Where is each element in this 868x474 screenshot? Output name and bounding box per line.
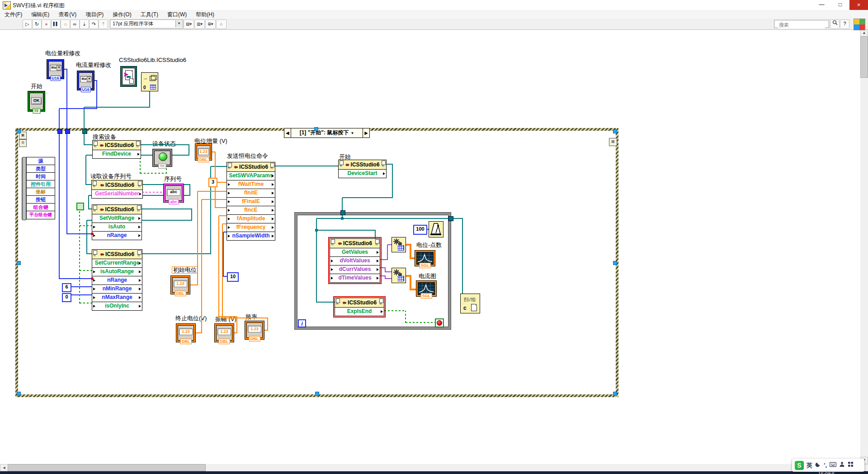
label-read-serial[interactable]: 读取设备序列号: [90, 173, 132, 180]
wire-segment[interactable]: [219, 215, 227, 216]
wire-segment[interactable]: [197, 191, 198, 285]
invoke-node-header[interactable]: ?!⇻ICSStudio6?!: [335, 298, 384, 307]
loop-stop-terminal[interactable]: [435, 318, 444, 327]
wire-segment[interactable]: [342, 218, 451, 219]
wire-segment[interactable]: [202, 199, 227, 200]
search-box[interactable]: [774, 20, 829, 28]
invoke-node-header[interactable]: ?!⇻ICSStudio6?!: [93, 141, 141, 150]
chevron-down-icon[interactable]: ▼: [57, 65, 61, 71]
invoke-node-row-isAuto[interactable]: isAuto: [92, 223, 142, 231]
wire-segment[interactable]: [223, 232, 224, 277]
invoke-node-row-fWaitTime[interactable]: fWaitTime: [227, 180, 275, 189]
wire-segment[interactable]: [84, 107, 150, 108]
menu-item-5[interactable]: 工具(T): [136, 10, 163, 19]
run-button[interactable]: ▷: [23, 19, 32, 29]
invoke-node-row-ExpIsEnd[interactable]: ExpIsEnd: [335, 307, 384, 316]
pause-button[interactable]: ▌▌: [51, 19, 61, 29]
invoke-node-header[interactable]: ?!⇻ICSStudio6?!: [92, 205, 142, 214]
wire-segment[interactable]: [189, 185, 190, 196]
distribute-objects-button[interactable]: ▥▾: [194, 19, 205, 29]
font-selector[interactable]: 17pt 应用程序字体 ▾: [110, 19, 183, 28]
invoke-node-row-isOnlyInc[interactable]: isOnlyInc: [92, 302, 142, 310]
wire-segment[interactable]: [80, 225, 92, 226]
reorder-button[interactable]: ⊞▾: [205, 19, 216, 29]
menu-item-6[interactable]: 窗口(W): [163, 10, 191, 19]
convert-to-dynamic-data-icon-2[interactable]: [392, 268, 406, 283]
invoke-node-row-nSampleWidth[interactable]: nSampleWidth: [227, 232, 275, 240]
invoke-get-serial-number[interactable]: ?!⇻ICSStudio6?!GetSerialNumber: [91, 180, 143, 199]
invoke-node-row-fFinalE[interactable]: fFinalE: [227, 197, 275, 206]
numeric-value[interactable]: 1.23: [174, 280, 187, 287]
run-continuous-button[interactable]: ↻: [32, 19, 42, 29]
menu-item-0[interactable]: 文件(F): [0, 10, 27, 19]
wire-segment[interactable]: [198, 191, 227, 192]
terminal-current-range-ring[interactable]: U16Ring▼: [77, 71, 94, 90]
menu-item-1[interactable]: 编辑(E): [27, 10, 54, 19]
numeric-value[interactable]: 1.23: [179, 328, 193, 335]
wire-segment[interactable]: [375, 230, 376, 239]
search-icon[interactable]: [830, 19, 840, 29]
minimize-button[interactable]: —: [812, 0, 831, 10]
terminal-frequency-dbl[interactable]: DBL1.23: [245, 321, 264, 339]
wire-segment[interactable]: [84, 107, 85, 145]
constant-0[interactable]: 0: [62, 293, 71, 302]
label-device-status[interactable]: 设备状态: [152, 141, 176, 147]
menu-item-7[interactable]: 帮助(H): [191, 10, 219, 19]
numeric-value[interactable]: 1.23: [248, 326, 261, 332]
maximize-button[interactable]: □: [831, 0, 849, 10]
wire-segment[interactable]: [59, 109, 60, 279]
wire-segment[interactable]: [406, 322, 436, 323]
label-potential-range[interactable]: 电位量程修改: [45, 50, 80, 57]
invoke-node-row-fInitE[interactable]: fInitE: [227, 189, 275, 197]
horizontal-scrollbar-thumb[interactable]: [8, 464, 206, 471]
wire-segment[interactable]: [96, 81, 97, 109]
wire-segment[interactable]: [342, 198, 343, 219]
convert-to-dynamic-data-icon-1[interactable]: [392, 237, 406, 252]
grid-menu-icon[interactable]: [848, 461, 854, 470]
invoke-node-row-FindDevice[interactable]: FindDevice: [93, 150, 141, 158]
boolean-constant[interactable]: [76, 203, 84, 210]
keyboard-icon[interactable]: [830, 461, 836, 470]
cleanup-diagram-button[interactable]: ⌂: [216, 19, 226, 29]
subvi-scan-draw-icon[interactable]: 扫/绘c: [460, 294, 480, 313]
step-over-button[interactable]: ↷: [89, 19, 99, 29]
wire-segment[interactable]: [66, 69, 67, 234]
invoke-node-header[interactable]: ?!⇻ICSStudio6?!: [227, 162, 275, 171]
vertical-scrollbar[interactable]: ▲ ▼: [860, 29, 868, 464]
label-send-command[interactable]: 发送恒电位命令: [227, 153, 268, 159]
wire-segment[interactable]: [201, 199, 202, 333]
vertical-scrollbar-thumb[interactable]: [860, 36, 868, 78]
event-structure-selector[interactable]: ◀[1] "开始": 鼠标按下▼▶: [284, 128, 370, 138]
chevron-down-icon[interactable]: ▼: [87, 76, 92, 82]
wire-segment[interactable]: [189, 145, 189, 156]
terminal-device-status-led[interactable]: TF: [153, 149, 172, 166]
invoke-node-row-nMaxRange[interactable]: nMaxRange: [92, 293, 142, 302]
wire-segment[interactable]: [80, 270, 92, 271]
ime-language-toggle[interactable]: 英: [807, 461, 812, 470]
step-out-button[interactable]: ⇡: [99, 19, 108, 29]
menu-item-4[interactable]: 操作(O): [108, 10, 136, 19]
wire-segment[interactable]: [191, 209, 192, 221]
wire-segment[interactable]: [70, 286, 92, 287]
event-data-item-7[interactable]: 平台组合键: [26, 211, 55, 219]
wire-segment[interactable]: [88, 195, 89, 209]
label-class[interactable]: CSStudio6Lib.ICSStudio6: [119, 57, 186, 63]
user-icon[interactable]: [839, 461, 845, 470]
wire-segment[interactable]: [85, 155, 86, 185]
chevron-down-icon[interactable]: ▼: [350, 131, 354, 135]
wire-segment[interactable]: [215, 207, 227, 208]
numeric-value[interactable]: 1.23: [198, 148, 209, 155]
constant-10[interactable]: 10: [227, 272, 239, 282]
invoke-find-device[interactable]: ?!⇻ICSStudio6?!FindDevice: [92, 140, 141, 159]
search-input[interactable]: [778, 21, 825, 28]
constant-6[interactable]: 6: [62, 283, 71, 292]
loop-iteration-terminal[interactable]: i: [298, 319, 306, 327]
context-help-button[interactable]: ?: [840, 19, 849, 29]
invoke-node-row-fIncE[interactable]: fIncE: [227, 206, 275, 214]
invoke-node-row-SetSWVAParams[interactable]: SetSWVAParams: [227, 171, 275, 180]
abort-button[interactable]: ●: [42, 19, 51, 29]
wire-segment[interactable]: [267, 318, 268, 331]
wire-segment[interactable]: [140, 173, 167, 174]
wire-segment[interactable]: [141, 209, 192, 209]
invoke-node-row-nRange[interactable]: nRange: [92, 276, 142, 284]
